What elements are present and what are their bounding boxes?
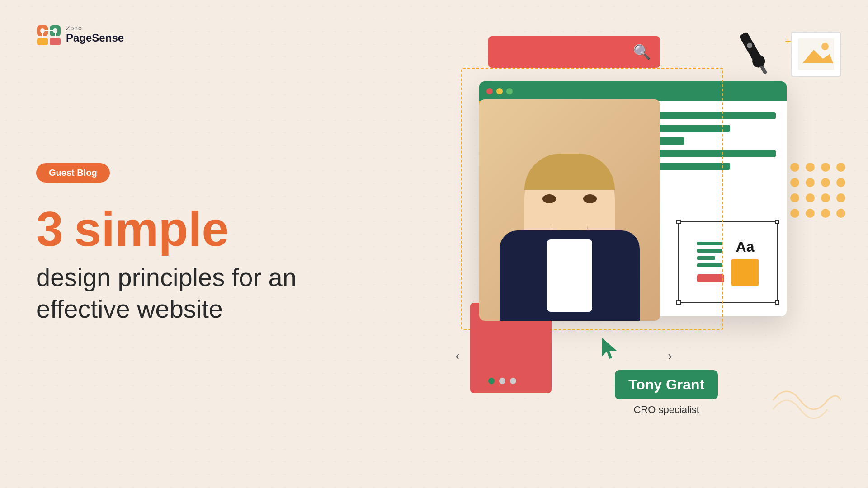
search-bar-decoration: 🔍 xyxy=(488,36,660,68)
svg-point-5 xyxy=(53,28,57,33)
carousel-dot-3 xyxy=(510,378,516,384)
handle-br xyxy=(775,300,779,305)
eye-right xyxy=(583,194,597,203)
design-type-group: Aa xyxy=(731,239,759,286)
headline-subtitle: design principles for an effective websi… xyxy=(36,262,297,325)
zoho-logo-icon xyxy=(36,22,61,47)
person-shirt-art xyxy=(547,239,592,312)
svg-rect-3 xyxy=(50,38,61,45)
yellow-square-small xyxy=(731,259,759,286)
carousel-dot-2 xyxy=(499,378,505,384)
logo: Zoho PageSense xyxy=(36,22,124,47)
eyedropper-decoration xyxy=(727,23,788,86)
svg-marker-16 xyxy=(602,338,617,359)
author-name: Tony Grant xyxy=(615,370,718,399)
svg-point-4 xyxy=(40,28,45,33)
plus-decoration: + xyxy=(785,35,791,47)
squiggle-decoration xyxy=(769,378,841,425)
person-hair xyxy=(524,154,615,190)
headline-number: 3 xyxy=(36,201,63,257)
image-placeholder-decoration: + xyxy=(791,32,841,77)
person-photo xyxy=(479,99,660,321)
person-body-art xyxy=(500,230,640,321)
zoho-label: Zoho xyxy=(66,25,124,32)
handle-tr xyxy=(775,220,779,224)
carousel-dots xyxy=(488,378,516,384)
search-icon: 🔍 xyxy=(633,43,651,61)
illustration-area: 🔍 + xyxy=(443,27,850,461)
carousel-dot-1 xyxy=(488,378,495,384)
svg-rect-2 xyxy=(37,38,48,45)
headline-area: 3 simple xyxy=(36,201,297,257)
dots-pattern-decoration xyxy=(790,163,845,218)
author-badge: Tony Grant CRO specialist xyxy=(615,370,718,416)
eye-left xyxy=(542,194,556,203)
svg-point-15 xyxy=(821,43,829,50)
aa-label: Aa xyxy=(736,239,755,255)
carousel-prev-button[interactable]: ‹ xyxy=(448,346,467,366)
carousel-next-button[interactable]: › xyxy=(660,346,680,366)
pagesense-label: PageSense xyxy=(66,32,124,44)
headline-word: simple xyxy=(74,205,229,253)
author-title: CRO specialist xyxy=(615,404,718,416)
main-content: Guest Blog 3 simple design principles fo… xyxy=(36,163,297,325)
logo-text: Zoho PageSense xyxy=(66,25,124,44)
svg-rect-11 xyxy=(760,65,768,75)
cursor-decoration xyxy=(600,338,618,362)
guest-badge: Guest Blog xyxy=(36,163,110,183)
